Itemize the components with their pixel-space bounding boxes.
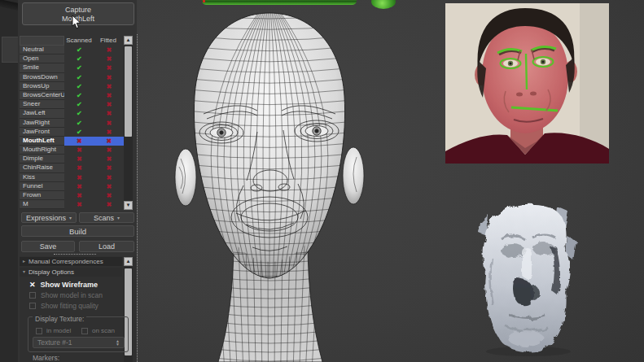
checkbox-box-icon <box>81 328 88 334</box>
expression-row[interactable]: MouthRight✖✖ <box>20 146 124 155</box>
fitted-status-icon: ✖ <box>94 173 125 182</box>
gizmo-red-dot <box>203 0 205 2</box>
expressions-dropdown-label: Expressions <box>26 214 66 222</box>
fitted-status-icon: ✖ <box>94 91 125 100</box>
texture-option[interactable]: on scan <box>81 327 115 334</box>
checkbox-item[interactable]: ✕Show Wireframe <box>29 281 98 289</box>
expression-name-header-cell <box>20 36 64 46</box>
scans-dropdown-label: Scans <box>94 214 114 222</box>
gizmo-green-sphere[interactable] <box>371 0 396 9</box>
collapse-arrow-icon: ▸ <box>23 257 25 266</box>
expression-row[interactable]: Funnel✖✖ <box>20 182 124 191</box>
expression-status-cells: ✔✖ <box>64 91 124 100</box>
expression-row[interactable]: MouthLeft✖✖ <box>20 137 124 146</box>
wireframe-head-model[interactable] <box>171 8 368 362</box>
expression-status-cells: ✔✖ <box>64 119 124 128</box>
scanned-status-icon: ✔ <box>64 109 94 118</box>
expression-row[interactable]: Frown✖✖ <box>20 191 124 200</box>
expression-status-cells: ✖✖ <box>64 173 124 182</box>
expressions-table-header: Scanned Fitted <box>20 36 133 46</box>
checkbox-item[interactable]: Show model in scan <box>29 291 103 299</box>
expression-name: Funnel <box>20 182 64 191</box>
reference-video-feed[interactable] <box>445 3 609 164</box>
checkbox-box-icon <box>29 292 36 299</box>
manual-correspondences-section-header[interactable]: ▸ Manual Correspondences <box>20 257 122 266</box>
expression-row[interactable]: BrowsUp✔✖ <box>20 82 124 91</box>
texture-option[interactable]: in model <box>36 327 71 334</box>
expression-row[interactable]: Open✔✖ <box>20 55 124 63</box>
expression-status-cells: ✔✖ <box>64 46 124 55</box>
scanned-status-icon: ✖ <box>64 137 94 146</box>
scanned-status-icon: ✔ <box>64 46 94 55</box>
expressions-table-body: Neutral✔✖Open✔✖Smile✔✖BrowsDown✔✖BrowsUp… <box>20 46 124 209</box>
expressions-dropdown[interactable]: Expressions ▾ <box>21 212 77 223</box>
fitted-status-icon: ✖ <box>94 82 125 91</box>
expression-name: BrowsDown <box>20 73 64 82</box>
scans-dropdown[interactable]: Scans ▾ <box>79 212 134 223</box>
expression-row[interactable]: M✖✖ <box>20 200 124 209</box>
expression-row[interactable]: Dimple✖✖ <box>20 155 124 164</box>
expression-name: Open <box>20 55 64 63</box>
expression-status-cells: ✖✖ <box>64 182 124 191</box>
expression-row[interactable]: Kiss✖✖ <box>20 173 124 182</box>
left-strip-panel-box <box>2 37 19 63</box>
save-button[interactable]: Save <box>21 241 75 252</box>
fitted-status-icon: ✖ <box>94 119 125 128</box>
scanned-status-icon: ✖ <box>64 173 94 182</box>
expression-status-cells: ✖✖ <box>64 146 124 155</box>
left-edge-strip <box>0 0 18 362</box>
fitted-status-icon: ✖ <box>94 109 125 118</box>
build-button[interactable]: Build <box>21 225 134 237</box>
expression-status-cells: ✔✖ <box>64 63 124 72</box>
checkbox-item[interactable]: Show fitting quality <box>29 302 99 310</box>
expression-name: ChinRaise <box>20 164 64 172</box>
expression-status-cells: ✖✖ <box>64 155 124 164</box>
expression-row[interactable]: JawRight✔✖ <box>20 119 124 128</box>
options-scroll-up-button[interactable]: ▲ <box>124 257 133 266</box>
gizmo-green-bar[interactable] <box>202 0 357 5</box>
expression-row[interactable]: ChinRaise✖✖ <box>20 164 124 172</box>
scanned-status-icon: ✔ <box>64 55 94 63</box>
capture-button-label-line1: Capture <box>23 6 134 15</box>
checked-x-icon: ✕ <box>29 281 36 289</box>
texture-select[interactable]: Texture #-1 ▲▼ <box>33 337 125 348</box>
fitted-status-icon: ✖ <box>94 73 125 82</box>
table-scroll-down-button[interactable]: ▼ <box>124 201 133 210</box>
expression-row[interactable]: Neutral✔✖ <box>20 46 124 55</box>
expression-name: Frown <box>20 191 64 200</box>
chevron-down-icon: ▾ <box>69 215 72 220</box>
expression-row[interactable]: BrowsDown✔✖ <box>20 73 124 82</box>
fitted-status-icon: ✖ <box>94 46 125 55</box>
table-scrollbar-thumb[interactable] <box>125 46 132 137</box>
expression-name: Sneer <box>20 100 64 109</box>
expression-name: Dimple <box>20 155 64 164</box>
expression-status-cells: ✖✖ <box>64 191 124 200</box>
dotted-divider <box>54 254 96 255</box>
fitted-status-icon: ✖ <box>94 164 125 172</box>
load-button[interactable]: Load <box>79 241 134 252</box>
scanned-status-icon: ✖ <box>64 155 94 164</box>
scanned-status-icon: ✔ <box>64 100 94 109</box>
expression-row[interactable]: Sneer✔✖ <box>20 100 124 109</box>
expression-name: M <box>20 200 64 209</box>
scanned-status-icon: ✖ <box>64 191 94 200</box>
texture-option-label: on scan <box>92 327 115 334</box>
expression-row[interactable]: JawFront✔✖ <box>20 128 124 137</box>
expression-row[interactable]: JawLeft✔✖ <box>20 109 124 118</box>
scanned-status-icon: ✔ <box>64 91 94 100</box>
display-options-section-header[interactable]: ▾ Display Options <box>20 268 122 277</box>
mouse-cursor-icon <box>72 15 81 29</box>
scan-mesh[interactable] <box>477 200 580 356</box>
panel-separator <box>137 34 138 362</box>
fitted-status-icon: ✖ <box>94 100 125 109</box>
fitted-status-icon: ✖ <box>94 63 125 72</box>
expression-row[interactable]: BrowsCenterUp✔✖ <box>20 91 124 100</box>
expression-row[interactable]: Smile✔✖ <box>20 63 124 72</box>
scanned-status-icon: ✔ <box>64 128 94 137</box>
fitted-status-icon: ✖ <box>94 146 125 155</box>
expression-status-cells: ✖✖ <box>64 200 124 209</box>
expression-name: MouthRight <box>20 146 64 155</box>
table-scroll-up-button[interactable]: ▲ <box>124 36 133 45</box>
fitted-status-icon: ✖ <box>94 55 125 63</box>
expression-name: JawFront <box>20 128 64 137</box>
